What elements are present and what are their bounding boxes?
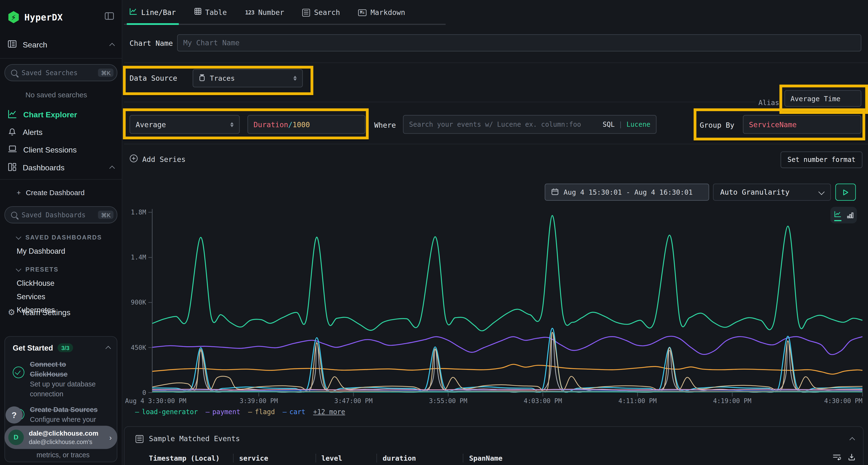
granularity-select[interactable]: Auto Granularity: [713, 184, 831, 201]
play-icon: [842, 189, 848, 196]
saved-dashboards-field[interactable]: [22, 211, 98, 219]
legend-dash-icon: —: [283, 408, 287, 416]
group-saved-dashboards[interactable]: SAVED DASHBOARDS: [0, 230, 122, 244]
sidebar-section-search[interactable]: Search: [0, 36, 122, 53]
select-chevrons-icon: [293, 76, 297, 81]
date-range-input[interactable]: Aug 4 15:30:01 - Aug 4 16:30:01: [545, 184, 709, 201]
logo-row: ⚡ HyperDX: [0, 0, 122, 23]
download-icon[interactable]: [848, 454, 855, 462]
set-number-format-button[interactable]: Set number format: [780, 152, 863, 168]
chevron-down-icon: [16, 234, 22, 239]
saved-searches-field[interactable]: [22, 69, 98, 77]
hyperdx-logo-icon: ⚡: [8, 11, 19, 23]
column-header[interactable]: SpanName: [469, 454, 502, 462]
x-axis-tick-label: 3:39:00 PM: [240, 397, 278, 404]
column-separator[interactable]: [233, 454, 234, 462]
x-axis-tick-label: 3:55:00 PM: [429, 397, 467, 404]
column-header[interactable]: level: [321, 454, 342, 462]
chevron-down-icon: [16, 266, 22, 271]
legend-item[interactable]: —flagd: [248, 408, 275, 416]
x-axis-tick-label: 4:19:00 PM: [713, 397, 751, 404]
user-menu[interactable]: D dale@clickhouse.com dale@clickhouse.co…: [4, 426, 117, 449]
chart-name-label: Chart Name: [129, 39, 173, 47]
group-by-input[interactable]: ServiceName: [743, 115, 861, 134]
group-by-value: ServiceName: [749, 120, 797, 128]
progress-badge: 3/3: [57, 343, 73, 352]
expression-input[interactable]: Duration/1000: [247, 115, 365, 134]
shortcut-badge: ⌘K: [98, 69, 113, 77]
legend-dash-icon: —: [206, 408, 210, 416]
where-input[interactable]: Search your events w/ Lucene ex. column:…: [403, 115, 656, 134]
sidebar-item-dashboards[interactable]: Dashboards: [0, 159, 122, 176]
user-email: dale@clickhouse.com: [29, 430, 98, 437]
calendar-icon: [551, 188, 559, 197]
legend-more-link[interactable]: +12 more: [313, 408, 345, 416]
sidebar-item-team-settings[interactable]: ⚙ Team Settings: [0, 304, 122, 321]
user-subtext: dale@clickhouse.com's: [29, 438, 92, 445]
legend-label: cart: [289, 408, 305, 416]
collapse-panel-icon[interactable]: [849, 437, 855, 442]
dashboards-icon: [8, 162, 17, 173]
collapse-sidebar-icon[interactable]: [105, 11, 114, 23]
alias-input[interactable]: [784, 90, 861, 107]
aggregation-select[interactable]: Average: [129, 115, 240, 134]
task-desc-partial: metrics, or traces: [37, 451, 90, 459]
sidebar-item-client-sessions[interactable]: Client Sessions: [0, 141, 122, 159]
chevron-up-icon[interactable]: [110, 166, 115, 171]
saved-dashboards-input[interactable]: ⌘K: [4, 206, 117, 223]
tab-search[interactable]: Search: [302, 8, 340, 24]
tab-markdown[interactable]: M↓ Markdown: [358, 8, 405, 24]
line-chart-icon: [8, 109, 17, 120]
x-axis-tick-label: 4:30:00 PM: [824, 397, 863, 404]
sql-mode-button[interactable]: SQL: [603, 121, 615, 128]
shortcut-badge: ⌘K: [98, 210, 113, 219]
add-series-button[interactable]: Add Series: [129, 154, 186, 164]
number-123-icon: 123: [245, 9, 254, 15]
add-series-label: Add Series: [142, 155, 186, 163]
lucene-mode-button[interactable]: Lucene: [626, 121, 651, 128]
column-separator[interactable]: [463, 454, 463, 462]
events-table-header: Timestamp (Local) service level duration…: [125, 454, 863, 462]
chevron-up-icon[interactable]: [105, 346, 111, 352]
create-dashboard-button[interactable]: + Create Dashboard: [0, 184, 122, 201]
tab-table[interactable]: Table: [194, 8, 227, 24]
expression-value: 1000: [292, 120, 310, 128]
y-axis-tick-label: 900K: [131, 299, 146, 306]
sidebar-item-alerts[interactable]: Alerts: [0, 123, 122, 141]
y-axis-tick-label: 0: [142, 389, 146, 396]
tab-label: Number: [258, 8, 284, 16]
divider: [124, 102, 756, 102]
avatar: D: [8, 430, 24, 445]
sidebar-item-chart-explorer[interactable]: Chart Explorer: [0, 105, 122, 123]
group-by-label: Group By: [700, 121, 735, 129]
data-source-value: Traces: [210, 74, 235, 82]
chevron-up-icon[interactable]: [110, 43, 115, 48]
help-button[interactable]: ?: [5, 406, 23, 424]
tab-number[interactable]: 123 Number: [245, 8, 284, 24]
legend-item[interactable]: —load-generator: [135, 408, 198, 416]
column-header[interactable]: duration: [383, 454, 416, 462]
where-label: Where: [374, 121, 396, 129]
timeseries-chart[interactable]: 0450K900K1.4M1.8M3:39:00 PM3:47:00 PM3:5…: [124, 204, 868, 421]
sidebar-item-my-dashboard[interactable]: My Dashboard: [0, 244, 122, 258]
data-source-select[interactable]: Traces: [193, 69, 303, 88]
group-presets[interactable]: PRESETS: [0, 262, 122, 276]
sidebar-item-services[interactable]: Services: [0, 290, 122, 303]
alias-label: Alias: [758, 98, 779, 106]
column-header[interactable]: service: [239, 454, 268, 462]
task-desc: Set up your databaseconnection: [30, 380, 96, 398]
column-separator[interactable]: [377, 454, 377, 462]
chart-name-input[interactable]: [177, 34, 862, 51]
wrap-text-icon[interactable]: [833, 454, 841, 462]
sidebar-item-clickhouse[interactable]: ClickHouse: [0, 276, 122, 290]
search-section-icon: [8, 40, 17, 49]
column-separator[interactable]: [315, 454, 316, 462]
column-header[interactable]: Timestamp (Local): [149, 454, 220, 462]
legend-item[interactable]: —payment: [206, 408, 240, 416]
run-query-button[interactable]: [835, 184, 856, 201]
saved-searches-input[interactable]: ⌘K: [4, 64, 117, 81]
expression-field: Duration: [254, 120, 288, 128]
get-started-item[interactable]: Connect toClickHouse Set up your databas…: [13, 359, 96, 399]
tab-line-bar[interactable]: Line/Bar: [129, 8, 176, 24]
legend-item[interactable]: —cart: [283, 408, 305, 416]
